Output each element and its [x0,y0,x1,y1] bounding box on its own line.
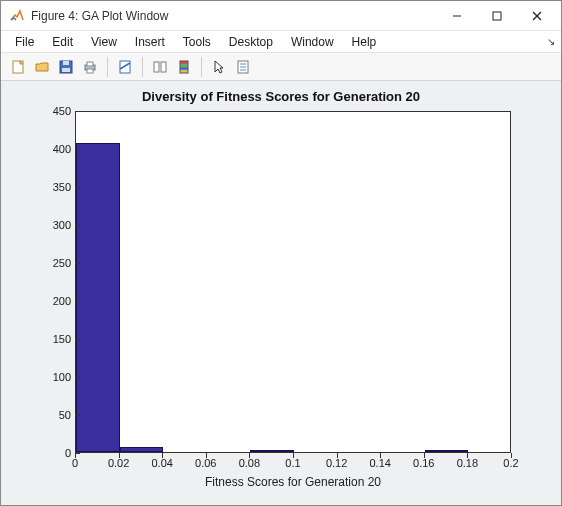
y-tick-label: 450 [31,105,71,117]
svg-rect-9 [87,62,93,66]
y-tick-label: 250 [31,257,71,269]
y-tick-mark [75,263,80,264]
x-tick-mark [293,453,294,458]
menu-help[interactable]: Help [344,33,385,51]
svg-rect-12 [154,62,159,72]
dock-arrow-icon[interactable]: ↘ [547,36,555,47]
svg-rect-7 [62,68,70,72]
axes[interactable] [75,111,511,453]
svg-rect-10 [87,69,93,73]
histogram-bar [76,143,120,452]
y-tick-label: 400 [31,143,71,155]
titlebar: Figure 4: GA Plot Window [1,1,561,31]
x-tick-label: 0.06 [186,457,226,469]
menu-insert[interactable]: Insert [127,33,173,51]
x-tick-label: 0.16 [404,457,444,469]
y-tick-mark [75,187,80,188]
x-tick-mark [119,453,120,458]
window-title: Figure 4: GA Plot Window [31,9,437,23]
minimize-button[interactable] [437,2,477,30]
layout-icon[interactable] [149,56,171,78]
y-tick-label: 100 [31,371,71,383]
open-icon[interactable] [31,56,53,78]
x-tick-mark [206,453,207,458]
x-tick-label: 0.12 [317,457,357,469]
x-tick-mark [511,453,512,458]
plot-canvas: Diversity of Fitness Scores for Generati… [1,81,561,505]
menu-tools[interactable]: Tools [175,33,219,51]
menu-file[interactable]: File [7,33,42,51]
x-axis-label: Fitness Scores for Generation 20 [75,475,511,489]
pointer-icon[interactable] [208,56,230,78]
x-tick-label: 0.02 [99,457,139,469]
y-tick-label: 150 [31,333,71,345]
toolbar-separator [107,57,108,77]
x-tick-mark [424,453,425,458]
x-tick-label: 0.14 [360,457,400,469]
y-tick-label: 350 [31,181,71,193]
menu-desktop[interactable]: Desktop [221,33,281,51]
svg-rect-16 [180,67,188,70]
menu-window[interactable]: Window [283,33,342,51]
svg-rect-13 [161,62,166,72]
histogram-bar [425,450,469,452]
close-button[interactable] [517,2,557,30]
print-icon[interactable] [79,56,101,78]
save-icon[interactable] [55,56,77,78]
chart-title: Diversity of Fitness Scores for Generati… [1,89,561,104]
x-tick-mark [337,453,338,458]
x-tick-label: 0.18 [447,457,487,469]
y-tick-mark [75,377,80,378]
x-tick-label: 0.2 [491,457,531,469]
x-tick-label: 0.08 [229,457,269,469]
x-tick-mark [162,453,163,458]
matlab-icon [9,8,25,24]
colorbar-icon[interactable] [173,56,195,78]
y-tick-mark [75,225,80,226]
toolbar-separator [142,57,143,77]
y-tick-mark [75,149,80,150]
svg-rect-15 [180,64,188,67]
svg-rect-11 [120,61,130,73]
x-tick-mark [380,453,381,458]
toolbar-separator [201,57,202,77]
toolbar [1,53,561,81]
histogram-bar [250,450,294,452]
x-tick-mark [75,453,76,458]
link-icon[interactable] [114,56,136,78]
new-figure-icon[interactable] [7,56,29,78]
menubar: FileEditViewInsertToolsDesktopWindowHelp… [1,31,561,53]
y-tick-mark [75,339,80,340]
menu-edit[interactable]: Edit [44,33,81,51]
maximize-button[interactable] [477,2,517,30]
y-tick-mark [75,415,80,416]
y-tick-label: 300 [31,219,71,231]
histogram-bar [120,447,164,452]
y-tick-label: 200 [31,295,71,307]
x-tick-mark [467,453,468,458]
menu-view[interactable]: View [83,33,125,51]
x-tick-label: 0.04 [142,457,182,469]
insert-icon[interactable] [232,56,254,78]
y-tick-label: 50 [31,409,71,421]
x-tick-label: 0.1 [273,457,313,469]
svg-rect-1 [493,12,501,20]
svg-rect-6 [63,61,69,65]
x-tick-label: 0 [55,457,95,469]
x-tick-mark [249,453,250,458]
y-tick-mark [75,301,80,302]
y-tick-mark [75,111,80,112]
